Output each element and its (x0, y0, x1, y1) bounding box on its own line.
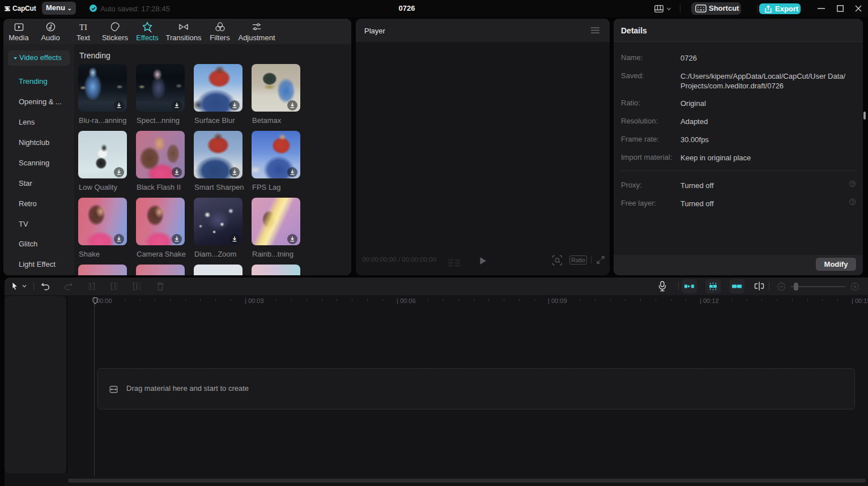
svg-text:TI: TI (79, 23, 87, 32)
